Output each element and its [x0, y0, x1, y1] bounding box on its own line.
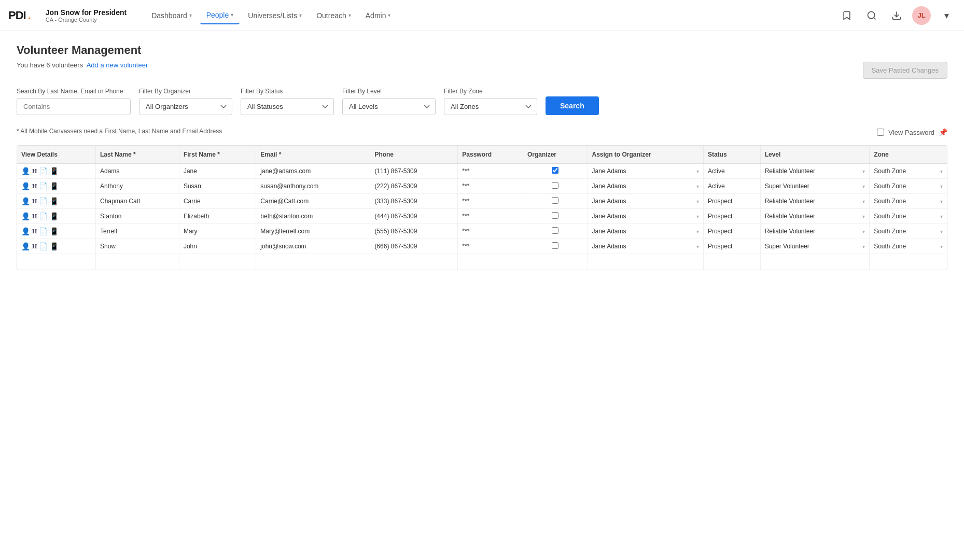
organizer-checkbox[interactable]	[552, 212, 558, 219]
person-icon[interactable]: 👤	[21, 197, 30, 205]
person-icon[interactable]: 👤	[21, 167, 30, 175]
search-filter-label: Search By Last Name, Email or Phone	[17, 88, 131, 95]
phone-cell: (555) 867-5309	[370, 224, 458, 239]
zone-arrow: ▾	[940, 199, 943, 204]
history-icon[interactable]: H	[32, 243, 37, 250]
level-filter-select[interactable]: All Levels	[342, 98, 436, 115]
person-icon[interactable]: 👤	[21, 212, 30, 220]
history-icon[interactable]: H	[32, 183, 37, 190]
note-icon[interactable]: 📄	[39, 212, 48, 220]
nav-dashboard[interactable]: Dashboard ▾	[145, 7, 198, 24]
level-arrow: ▾	[862, 184, 865, 189]
table-row: 👤 H 📄 📱 SnowJohnjohn@snow.com(666) 867-5…	[17, 239, 947, 254]
organizer-checkbox[interactable]	[552, 182, 558, 189]
main-content: Volunteer Management You have 6 voluntee…	[0, 31, 964, 283]
table-row: 👤 H 📄 📱 StantonElizabethbeth@stanton.com…	[17, 209, 947, 224]
level-arrow: ▾	[862, 244, 865, 249]
assign-organizer-arrow: ▾	[696, 214, 699, 219]
org-sub: CA - Orange County	[46, 17, 127, 23]
canvasser-note: * All Mobile Canvassers need a First Nam…	[17, 128, 222, 135]
organizer-checkbox[interactable]	[552, 167, 558, 174]
phone-icon[interactable]: 📱	[50, 167, 59, 175]
zone-cell: South Zone▾	[870, 164, 947, 179]
phone-icon[interactable]: 📱	[50, 197, 59, 205]
first-name-cell: Elizabeth	[179, 209, 256, 224]
search-button[interactable]: Search	[546, 96, 599, 115]
avatar[interactable]: JL	[912, 6, 931, 25]
status-cell: Prospect	[703, 224, 760, 239]
col-phone: Phone	[370, 146, 458, 164]
table-row: 👤 H 📄 📱 TerrellMaryMary@terrell.com(555)…	[17, 224, 947, 239]
level-filter-label: Filter By Level	[342, 88, 436, 95]
col-level: Level	[760, 146, 869, 164]
zone-cell: South Zone▾	[870, 239, 947, 254]
history-icon[interactable]: H	[32, 228, 37, 235]
status-cell: Prospect	[703, 209, 760, 224]
filters-row: Search By Last Name, Email or Phone Filt…	[17, 88, 947, 115]
zone-filter-label: Filter By Zone	[444, 88, 537, 95]
status-cell: Active	[703, 179, 760, 194]
add-volunteer-link[interactable]: Add a new volunteer	[87, 61, 148, 69]
organizer-filter-group: Filter By Organizer All Organizers	[139, 88, 232, 115]
nav-universes[interactable]: Universes/Lists ▾	[242, 7, 308, 24]
view-password-checkbox[interactable]	[877, 129, 884, 136]
organizer-checkbox[interactable]	[552, 242, 558, 249]
email-cell: jane@adams.com	[256, 164, 370, 179]
nav-outreach[interactable]: Outreach ▾	[310, 7, 357, 24]
phone-icon[interactable]: 📱	[50, 212, 59, 220]
zone-arrow: ▾	[940, 229, 943, 234]
person-icon[interactable]: 👤	[21, 182, 30, 190]
search-icon	[867, 10, 877, 21]
dropdown-arrow-btn[interactable]: ▾	[937, 6, 956, 25]
organizer-filter-label: Filter By Organizer	[139, 88, 232, 95]
logo-dot: .	[28, 9, 31, 22]
note-icon[interactable]: 📄	[39, 182, 48, 190]
note-icon[interactable]: 📄	[39, 242, 48, 250]
person-icon[interactable]: 👤	[21, 227, 30, 235]
phone-icon[interactable]: 📱	[50, 182, 59, 190]
col-last-name: Last Name *	[96, 146, 179, 164]
assign-organizer-cell: Jane Adams▾	[588, 194, 703, 209]
page-subtitle: You have 6 volunteers Add a new voluntee…	[17, 61, 148, 69]
zone-filter-select[interactable]: All Zones	[444, 98, 537, 115]
status-filter-select[interactable]: All Statuses	[241, 98, 334, 115]
note-icon[interactable]: 📄	[39, 227, 48, 235]
logo-text: PDI	[8, 9, 26, 22]
svg-line-1	[874, 17, 876, 19]
zone-arrow: ▾	[940, 214, 943, 219]
chevron-down-icon: ▾	[944, 10, 949, 21]
organizer-checkbox[interactable]	[552, 227, 558, 234]
table-header-row: View Details Last Name * First Name * Em…	[17, 146, 947, 164]
phone-icon[interactable]: 📱	[50, 242, 59, 250]
level-arrow: ▾	[862, 229, 865, 234]
note-icon[interactable]: 📄	[39, 167, 48, 175]
assign-organizer-cell: Jane Adams▾	[588, 164, 703, 179]
search-icon-btn[interactable]	[862, 6, 881, 25]
bookmark-icon-btn[interactable]	[837, 6, 856, 25]
organizer-checkbox[interactable]	[552, 197, 558, 204]
level-cell: Reliable Volunteer▾	[760, 224, 869, 239]
organizer-cell	[523, 239, 588, 254]
level-arrow: ▾	[862, 199, 865, 204]
history-icon[interactable]: H	[32, 167, 37, 175]
phone-cell: (222) 867-5309	[370, 179, 458, 194]
save-pasted-changes-button[interactable]: Save Pasted Changes	[863, 62, 947, 79]
phone-icon[interactable]: 📱	[50, 227, 59, 235]
zone-arrow: ▾	[940, 184, 943, 189]
status-cell: Prospect	[703, 239, 760, 254]
password-cell: ***	[458, 164, 523, 179]
nav-people[interactable]: People ▾	[200, 7, 240, 24]
person-icon[interactable]: 👤	[21, 242, 30, 250]
col-status: Status	[703, 146, 760, 164]
search-input[interactable]	[17, 98, 131, 115]
note-icon[interactable]: 📄	[39, 197, 48, 205]
history-icon[interactable]: H	[32, 213, 37, 220]
first-name-cell: Susan	[179, 179, 256, 194]
first-name-cell: Mary	[179, 224, 256, 239]
assign-organizer-arrow: ▾	[696, 169, 699, 174]
nav-admin[interactable]: Admin ▾	[359, 7, 397, 24]
organizer-filter-select[interactable]: All Organizers	[139, 98, 232, 115]
history-icon[interactable]: H	[32, 198, 37, 205]
header-actions: JL ▾	[837, 6, 956, 25]
download-icon-btn[interactable]	[887, 6, 906, 25]
